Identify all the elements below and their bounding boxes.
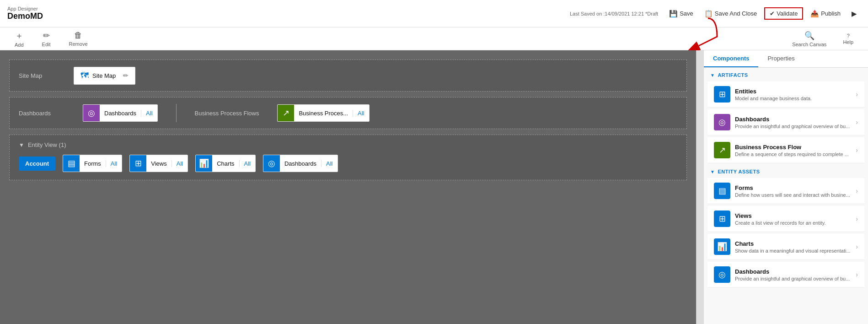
save-icon: 💾 — [669, 10, 678, 18]
panel-item-forms[interactable]: ▤ Forms Define how users will see and in… — [707, 178, 864, 204]
charts-panel-desc: Show data in a meaningful and visual rep… — [735, 248, 856, 254]
forms-panel-title: Forms — [735, 184, 856, 191]
charts-all-link[interactable]: All — [239, 160, 255, 167]
views-panel-title: Views — [735, 212, 856, 219]
panel-item-entities[interactable]: ⊞ Entities Model and manage business dat… — [707, 81, 864, 108]
entity-dashboards-panel-icon: ◎ — [714, 266, 730, 283]
entity-row: Account ▤ Forms All ⊞ Views All 📊 C — [19, 155, 677, 172]
bpf-panel-text: Business Process Flow Define a sequence … — [735, 144, 856, 157]
canvas-area[interactable]: Site Map 🗺 Site Map ✏ Dashboards ◎ Dashb… — [0, 50, 696, 324]
edit-label: Edit — [42, 42, 51, 47]
app-name: DemoMD — [7, 11, 43, 21]
bpf-panel-title: Business Process Flow — [735, 144, 856, 151]
sitemap-icon: 🗺 — [80, 71, 89, 81]
save-button[interactable]: 💾 Save — [665, 8, 697, 20]
dashboards-box[interactable]: ◎ Dashboards All — [83, 104, 158, 122]
entity-view-label: Entity View (1) — [28, 141, 66, 148]
entity-dashboards-box-icon: ◎ — [263, 155, 280, 172]
right-panel: Components Properties ▼ ARTIFACTS ⊞ Enti… — [703, 50, 868, 324]
edit-sitemap-icon[interactable]: ✏ — [123, 72, 129, 79]
save-close-button[interactable]: 📋 Save And Close — [701, 8, 761, 20]
charts-box[interactable]: 📊 Charts All — [195, 155, 256, 172]
bpf-box-label: Business Proces... — [294, 110, 353, 117]
bpf-box[interactable]: ↗ Business Proces... All — [277, 104, 369, 122]
panel-item-entity-dashboards[interactable]: ◎ Dashboards Provide an insightful and g… — [707, 262, 864, 288]
dashboards-panel-text: Dashboards Provide an insightful and gra… — [735, 116, 856, 129]
views-panel-desc: Create a list view of records for an ent… — [735, 220, 856, 226]
entity-dashboards-panel-desc: Provide an insightful and graphical over… — [735, 276, 856, 281]
publish-button[interactable]: 📤 Publish — [807, 8, 844, 20]
panel-tabs: Components Properties — [704, 50, 868, 68]
entity-dashboards-panel-chevron: › — [856, 271, 858, 278]
search-canvas-button[interactable]: 🔍 Search Canvas — [788, 29, 830, 49]
sitemap-box-label: Site Map — [92, 72, 116, 79]
add-icon: ＋ — [15, 30, 23, 41]
views-all-link[interactable]: All — [171, 160, 188, 167]
panel-item-views[interactable]: ⊞ Views Create a list view of records fo… — [707, 206, 864, 232]
entity-view-header[interactable]: ▼ Entity View (1) — [19, 141, 677, 148]
tab-properties[interactable]: Properties — [758, 50, 804, 67]
forms-panel-desc: Define how users will see and interact w… — [735, 192, 856, 198]
views-panel-icon: ⊞ — [714, 211, 730, 227]
panel-item-bpf[interactable]: ↗ Business Process Flow Define a sequenc… — [707, 137, 864, 163]
panel-item-charts[interactable]: 📊 Charts Show data in a meaningful and v… — [707, 234, 864, 260]
entity-view-section: ▼ Entity View (1) Account ▤ Forms All ⊞ … — [9, 135, 687, 180]
views-panel-text: Views Create a list view of records for … — [735, 212, 856, 226]
entity-dashboards-box[interactable]: ◎ Dashboards All — [263, 155, 338, 172]
edit-button[interactable]: ✏ Edit — [38, 29, 54, 49]
bpf-panel-chevron: › — [856, 146, 858, 154]
dashboards-panel-chevron: › — [856, 119, 858, 126]
save-label: Save — [680, 10, 693, 17]
forms-box[interactable]: ▤ Forms All — [63, 155, 122, 172]
main-layout: Site Map 🗺 Site Map ✏ Dashboards ◎ Dashb… — [0, 50, 868, 324]
tab-components[interactable]: Components — [704, 50, 758, 67]
validate-button[interactable]: ✔ Validate — [764, 7, 803, 20]
remove-button[interactable]: 🗑 Remove — [65, 29, 91, 49]
search-icon: 🔍 — [804, 31, 814, 41]
dashboards-box-icon: ◎ — [83, 105, 100, 121]
charts-panel-title: Charts — [735, 240, 856, 247]
add-button[interactable]: ＋ Add — [11, 28, 27, 49]
add-label: Add — [15, 42, 24, 48]
artifacts-header: ▼ ARTIFACTS — [704, 68, 868, 81]
save-close-icon: 📋 — [704, 10, 713, 18]
play-button[interactable]: ▶ — [848, 8, 861, 20]
play-icon: ▶ — [852, 10, 857, 18]
views-panel-chevron: › — [856, 215, 858, 222]
bpf-all-link[interactable]: All — [353, 110, 369, 117]
remove-label: Remove — [69, 41, 88, 47]
save-close-label: Save And Close — [715, 10, 757, 17]
panel-item-dashboards[interactable]: ◎ Dashboards Provide an insightful and g… — [707, 109, 864, 135]
bpf-box-icon: ↗ — [278, 105, 294, 121]
sitemap-section-label: Site Map — [19, 72, 74, 79]
entity-dashboards-panel-title: Dashboards — [735, 268, 856, 275]
canvas-scrollbar[interactable] — [696, 50, 703, 324]
toolbar-right: 🔍 Search Canvas ? Help — [788, 29, 857, 49]
bpf-divider — [176, 104, 177, 122]
entity-dashboards-all-link[interactable]: All — [321, 160, 337, 167]
entity-view-chevron: ▼ — [19, 142, 24, 148]
charts-panel-text: Charts Show data in a meaningful and vis… — [735, 240, 856, 254]
entity-assets-header: ▼ ENTITY ASSETS — [704, 164, 868, 177]
help-label: Help — [843, 39, 853, 45]
entities-icon: ⊞ — [714, 86, 730, 103]
forms-all-link[interactable]: All — [106, 160, 122, 167]
dashboards-section-label: Dashboards — [19, 110, 74, 117]
account-button[interactable]: Account — [19, 157, 55, 171]
help-icon: ? — [847, 33, 850, 38]
publish-label: Publish — [821, 10, 841, 17]
bpf-section-label: Business Process Flows — [195, 110, 259, 117]
validate-icon: ✔ — [770, 10, 775, 17]
forms-panel-text: Forms Define how users will see and inte… — [735, 184, 856, 198]
artifacts-chevron: ▼ — [710, 73, 715, 78]
sitemap-box[interactable]: 🗺 Site Map ✏ — [74, 67, 135, 85]
views-box[interactable]: ⊞ Views All — [129, 155, 188, 172]
charts-box-icon: 📊 — [196, 155, 212, 172]
forms-box-label: Forms — [80, 160, 106, 167]
sitemap-row: Site Map 🗺 Site Map ✏ — [9, 59, 687, 92]
dashboards-panel-desc: Provide an insightful and graphical over… — [735, 124, 856, 129]
dashboards-panel-title: Dashboards — [735, 116, 856, 123]
dashboards-all-link[interactable]: All — [141, 110, 157, 117]
dashboard-bpf-row: Dashboards ◎ Dashboards All Business Pro… — [9, 97, 687, 129]
help-button[interactable]: ? Help — [839, 31, 857, 47]
